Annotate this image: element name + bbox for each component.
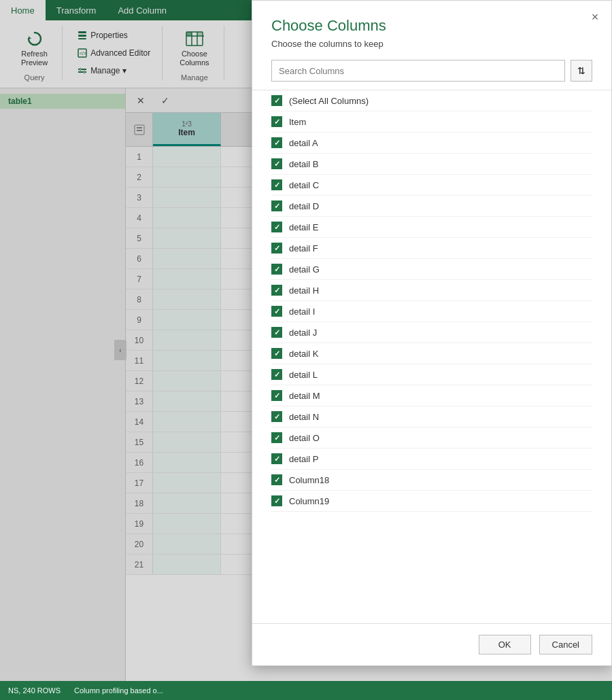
column-label: detail L	[289, 370, 318, 380]
column-label: detail G	[289, 264, 320, 275]
column-label: detail A	[289, 138, 318, 148]
column-checkbox[interactable]	[271, 495, 282, 506]
choose-columns-modal: × Choose Columns Choose the columns to k…	[252, 0, 612, 666]
column-list-item[interactable]: detail G	[271, 259, 592, 280]
modal-footer: OK Cancel	[252, 623, 611, 665]
column-label: detail B	[289, 159, 318, 169]
column-label: detail P	[289, 454, 318, 464]
column-checkbox[interactable]	[271, 243, 282, 253]
column-checkbox[interactable]	[271, 327, 282, 338]
modal-subtitle: Choose the columns to keep	[271, 39, 592, 49]
column-list-item[interactable]: detail P	[271, 449, 592, 470]
column-list-item[interactable]: Column18	[271, 470, 592, 491]
column-label: detail M	[289, 391, 320, 401]
column-label: detail N	[289, 412, 319, 422]
column-label: detail K	[289, 349, 318, 359]
column-checkbox[interactable]	[271, 116, 282, 127]
profiling-info: Column profiling based o...	[74, 686, 163, 695]
column-list-item[interactable]: detail K	[271, 343, 592, 364]
column-label: detail C	[289, 180, 319, 190]
column-checkbox[interactable]	[271, 285, 282, 296]
modal-overlay: × Choose Columns Choose the columns to k…	[0, 0, 612, 681]
ok-button[interactable]: OK	[479, 635, 531, 654]
column-checkbox[interactable]	[271, 264, 282, 275]
modal-header: Choose Columns Choose the columns to kee…	[252, 1, 611, 60]
status-bar: NS, 240 ROWS Column profiling based o...	[0, 681, 612, 700]
rows-info: NS, 240 ROWS	[8, 686, 61, 695]
modal-title: Choose Columns	[271, 17, 592, 35]
sort-columns-button[interactable]: ⇅	[571, 60, 592, 82]
column-checkbox[interactable]	[271, 453, 282, 464]
columns-list: (Select All Columns) Item detail A detai…	[252, 90, 611, 623]
column-label: detail D	[289, 201, 319, 211]
column-checkbox[interactable]	[271, 411, 282, 422]
column-list-item[interactable]: detail M	[271, 385, 592, 406]
column-label: Column19	[289, 496, 329, 506]
column-list-item[interactable]: detail N	[271, 406, 592, 427]
column-checkbox[interactable]	[271, 369, 282, 380]
column-checkbox[interactable]	[271, 158, 282, 169]
column-checkbox[interactable]	[271, 222, 282, 232]
modal-search-row: ⇅	[252, 60, 611, 90]
column-checkbox[interactable]	[271, 137, 282, 148]
column-checkbox[interactable]	[271, 474, 282, 485]
column-label: detail F	[289, 243, 318, 253]
column-list-item[interactable]: detail B	[271, 154, 592, 175]
column-label: detail E	[289, 222, 318, 232]
column-list-item[interactable]: detail F	[271, 238, 592, 259]
column-list-item[interactable]: detail C	[271, 175, 592, 196]
column-list-item[interactable]: (Select All Columns)	[271, 90, 592, 111]
column-label: (Select All Columns)	[289, 96, 369, 106]
column-list-item[interactable]: detail L	[271, 364, 592, 385]
column-list-item[interactable]: detail A	[271, 133, 592, 154]
column-list-item[interactable]: Item	[271, 111, 592, 133]
column-checkbox[interactable]	[271, 306, 282, 317]
column-list-item[interactable]: detail E	[271, 217, 592, 238]
column-label: detail O	[289, 433, 320, 443]
column-label: Column18	[289, 475, 329, 485]
column-checkbox[interactable]	[271, 390, 282, 401]
column-checkbox[interactable]	[271, 200, 282, 211]
modal-close-button[interactable]: ×	[587, 9, 603, 25]
column-label: detail H	[289, 285, 319, 296]
column-checkbox[interactable]	[271, 179, 282, 190]
column-label: Item	[289, 117, 306, 127]
column-checkbox[interactable]	[271, 348, 282, 359]
column-checkbox[interactable]	[271, 432, 282, 443]
column-list-item[interactable]: detail D	[271, 196, 592, 217]
search-columns-input[interactable]	[271, 60, 565, 82]
column-checkbox[interactable]	[271, 95, 282, 106]
column-list-item[interactable]: detail O	[271, 427, 592, 449]
cancel-button[interactable]: Cancel	[539, 635, 592, 654]
column-list-item[interactable]: detail I	[271, 301, 592, 322]
column-list-item[interactable]: detail H	[271, 280, 592, 301]
column-list-item[interactable]: detail J	[271, 322, 592, 343]
column-label: detail I	[289, 307, 315, 317]
column-list-item[interactable]: Column19	[271, 491, 592, 512]
column-label: detail J	[289, 328, 317, 338]
